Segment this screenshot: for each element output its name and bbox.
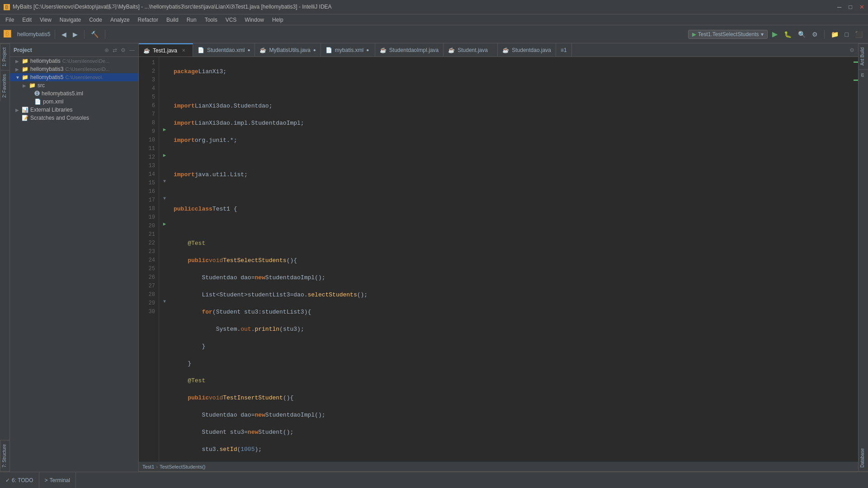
tree-item-iml[interactable]: 🅘 hellomybatis5.iml (10, 89, 138, 98)
toolbar-nav-back[interactable]: ◀ (60, 30, 68, 39)
tab-close-icon[interactable]: ✕ (182, 48, 185, 53)
project-icon-sync[interactable]: ⇄ (113, 47, 117, 53)
folder-icon: 📁 (22, 66, 28, 72)
xml-icon: 📄 (34, 99, 41, 105)
sidebar-item-structure[interactable]: 7: Structure (0, 440, 9, 472)
fold-icon-15[interactable]: ▼ (163, 177, 166, 186)
tab-bar: ☕ Test1.java ✕ 📄 Studentdao.xml ● ☕ MyBa… (139, 43, 858, 57)
tab-test1[interactable]: ☕ Test1.java ✕ (139, 43, 193, 56)
menu-help[interactable]: Help (269, 16, 287, 24)
project-icon-add[interactable]: ⊕ (104, 47, 109, 53)
code-line-13: Studentdao dao=new StudentdaoImpl(); (174, 273, 848, 282)
tab-label: mybatis.xml (335, 47, 363, 53)
code-line-10 (174, 222, 848, 230)
toolbar-nav-forward[interactable]: ▶ (71, 30, 80, 39)
code-editor[interactable]: 12345 678910 1112131415 1617181920 21222… (139, 57, 858, 462)
toolbar-menu-icon[interactable]: ⬛ (853, 30, 864, 39)
run-config-selector[interactable]: ▶ Test1.TestSelectStudents ▾ (688, 30, 768, 39)
menu-code[interactable]: Code (85, 16, 106, 24)
menu-navigate[interactable]: Navigate (56, 16, 85, 24)
project-panel: Project ⊕ ⇄ ⚙ — ▶ 📁 hellomybatis C:\User… (10, 43, 139, 472)
run-button[interactable]: ▶ (770, 29, 779, 39)
tab-student[interactable]: ☕ Student.java (443, 43, 498, 56)
menu-analyze[interactable]: Analyze (107, 16, 133, 24)
debug-button[interactable]: 🐛 (782, 30, 793, 39)
breadcrumb: Test1 › TestSelectStudents() (139, 462, 858, 472)
tab-modified-dot: ● (366, 47, 369, 52)
code-line-21: Studentdao dao=new StudentdaoImpl(); (174, 411, 848, 419)
tab-overflow[interactable]: ≡1 (556, 43, 572, 56)
search-button[interactable]: 🔍 (796, 30, 807, 39)
tab-icon: ☕ (448, 47, 455, 53)
settings-button[interactable]: ⚙ (810, 30, 820, 39)
bottom-spacer (76, 472, 868, 488)
sidebar-item-favorites[interactable]: 2: Favorites (0, 70, 9, 101)
code-line-6 (174, 153, 848, 162)
tab-label: Student.java (458, 47, 488, 53)
menu-tools[interactable]: Tools (201, 16, 221, 24)
toolbar-folder-icon[interactable]: 📁 (829, 30, 840, 39)
terminal-icon: > (45, 477, 48, 483)
sidebar-item-project[interactable]: 1: Project (0, 43, 9, 70)
project-icon-collapse[interactable]: — (129, 47, 135, 53)
fold-icon-17[interactable]: ▼ (163, 194, 166, 203)
bottom-tab-terminal[interactable]: > Terminal (39, 472, 76, 488)
run-gutter-icon-12[interactable]: ▶ (163, 151, 166, 160)
tree-item-hellomybatis[interactable]: ▶ 📁 hellomybatis C:\Users\lenovo\De... (10, 57, 138, 65)
tab-icon: ☕ (502, 47, 509, 53)
menu-edit[interactable]: Edit (19, 16, 35, 24)
tab-mybatisutils[interactable]: ☕ MyBatisUtils.java ● (255, 43, 321, 56)
tab-mybatis-xml[interactable]: 📄 mybatis.xml ● (321, 43, 375, 56)
project-tree: ▶ 📁 hellomybatis C:\Users\lenovo\De... ▶… (10, 57, 138, 472)
menu-file[interactable]: File (2, 16, 18, 24)
run-gutter-icon-9[interactable]: ▶ (163, 126, 166, 134)
right-tab-maven[interactable]: m (859, 69, 868, 80)
minimize-button[interactable]: ─ (837, 4, 841, 10)
code-line-1: package LianXi3; (174, 67, 848, 76)
code-line-17: } (174, 342, 848, 351)
tab-icon: ☕ (259, 47, 266, 53)
code-content[interactable]: package LianXi3; import LianXi3dao.Stude… (170, 57, 852, 462)
menu-vcs[interactable]: VCS (222, 16, 241, 24)
tab-studentdao-xml[interactable]: 📄 Studentdao.xml ● (193, 43, 255, 56)
toolbar-separator-4 (824, 30, 825, 39)
tree-item-src[interactable]: ▶ 📁 src (10, 81, 138, 89)
bottom-tab-todo[interactable]: ✓ 6: TODO (0, 472, 39, 488)
tree-item-pom[interactable]: 📄 pom.xml (10, 98, 138, 106)
tree-item-hellomybatis3[interactable]: ▶ 📁 hellomybatis3 C:\Users\lenovo\D... (10, 65, 138, 73)
window-title: MyBaits [C:\Users\lenovo\Desktop\java练习\… (13, 3, 837, 11)
tab-label: MyBatisUtils.java (269, 47, 310, 53)
menu-refactor[interactable]: Refactor (134, 16, 162, 24)
menu-window[interactable]: Window (241, 16, 268, 24)
tree-item-external-libs[interactable]: ▶ 📊 External Libraries (10, 106, 138, 114)
run-gutter-icon-20[interactable]: ▶ (163, 220, 166, 229)
right-tab-database[interactable]: Database (859, 445, 868, 472)
folder-icon: 📁 (22, 58, 28, 64)
breadcrumb-method[interactable]: TestSelectStudents() (160, 464, 206, 469)
tab-studentdao[interactable]: ☕ Studentdao.java (498, 43, 556, 56)
close-button[interactable]: ✕ (859, 4, 864, 10)
fold-icon-29[interactable]: ▼ (163, 297, 166, 306)
code-line-7: import java.util.List; (174, 170, 848, 179)
code-line-12: public void TestSelectStudents(){ (174, 256, 848, 265)
toolbar-maximize-icon[interactable]: □ (843, 30, 850, 39)
menu-run[interactable]: Run (183, 16, 200, 24)
menu-view[interactable]: View (36, 16, 55, 24)
breadcrumb-test1[interactable]: Test1 (142, 464, 154, 469)
maximize-button[interactable]: □ (849, 4, 852, 10)
menu-build[interactable]: Build (163, 16, 182, 24)
tree-item-hellomybatis5[interactable]: ▼ 📁 hellomybatis5 C:\Users\lenovo\ (10, 73, 138, 81)
left-spacer (0, 102, 9, 441)
tab-studentdaoimpl[interactable]: ☕ StudentdaoImpl.java (375, 43, 443, 56)
scroll-marker-2 (854, 80, 858, 81)
tree-item-scratches[interactable]: 📝 Scratches and Consoles (10, 114, 138, 122)
toolbar-separator-3 (105, 30, 105, 39)
right-vertical-tabs: Ant Build m Database (858, 43, 868, 472)
right-spacer (859, 80, 868, 445)
right-tab-ant-build[interactable]: Ant Build (859, 43, 868, 69)
toolbar-run-icon[interactable]: 🔨 (89, 30, 100, 39)
code-line-16: System.out.println(stu3); (174, 325, 848, 333)
project-icon-settings[interactable]: ⚙ (121, 47, 126, 53)
editor-settings-button[interactable]: ⚙ (846, 43, 858, 56)
terminal-label: Terminal (50, 477, 70, 483)
